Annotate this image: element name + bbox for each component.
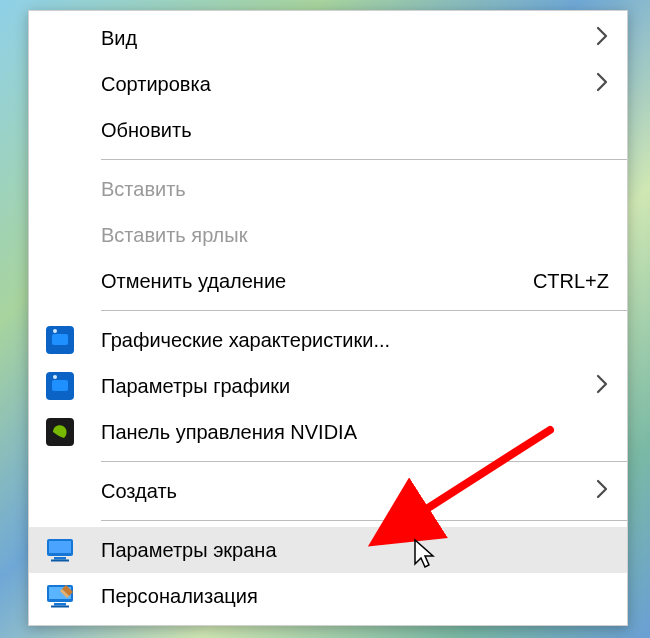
- svg-point-5: [53, 375, 57, 379]
- context-menu: Вид Сортировка Обновить Вставить: [28, 10, 628, 626]
- menu-item-intel-graphics-properties[interactable]: Графические характеристики...: [29, 317, 627, 363]
- menu-item-paste: Вставить: [29, 166, 627, 212]
- svg-rect-1: [52, 334, 68, 345]
- svg-rect-13: [54, 603, 66, 606]
- chevron-right-icon: [595, 71, 609, 98]
- desktop-background: Вид Сортировка Обновить Вставить: [0, 0, 650, 638]
- menu-item-label: Вставить ярлык: [101, 224, 609, 247]
- icon-placeholder: [43, 113, 77, 147]
- menu-item-label: Сортировка: [101, 73, 595, 96]
- icon-placeholder: [43, 21, 77, 55]
- menu-item-label: Панель управления NVIDIA: [101, 421, 609, 444]
- personalize-icon: [43, 579, 77, 613]
- svg-point-2: [53, 329, 57, 333]
- menu-item-display-settings[interactable]: Параметры экрана: [29, 527, 627, 573]
- monitor-icon: [43, 533, 77, 567]
- menu-item-intel-graphics-options[interactable]: Параметры графики: [29, 363, 627, 409]
- icon-placeholder: [43, 67, 77, 101]
- menu-item-paste-shortcut: Вставить ярлык: [29, 212, 627, 258]
- chevron-right-icon: [595, 373, 609, 400]
- menu-item-label: Графические характеристики...: [101, 329, 609, 352]
- menu-item-sort[interactable]: Сортировка: [29, 61, 627, 107]
- menu-item-label: Параметры экрана: [101, 539, 609, 562]
- menu-item-label: Вид: [101, 27, 595, 50]
- menu-item-label: Персонализация: [101, 585, 609, 608]
- menu-item-label: Вставить: [101, 178, 609, 201]
- menu-item-label: Параметры графики: [101, 375, 595, 398]
- menu-item-label: Отменить удаление: [101, 270, 513, 293]
- intel-icon: [43, 323, 77, 357]
- menu-item-refresh[interactable]: Обновить: [29, 107, 627, 153]
- chevron-right-icon: [595, 478, 609, 505]
- icon-placeholder: [43, 474, 77, 508]
- svg-rect-9: [54, 557, 66, 560]
- nvidia-icon: [43, 415, 77, 449]
- svg-rect-14: [51, 606, 69, 608]
- separator: [101, 310, 627, 311]
- icon-placeholder: [43, 172, 77, 206]
- menu-item-view[interactable]: Вид: [29, 15, 627, 61]
- intel-icon: [43, 369, 77, 403]
- svg-rect-4: [52, 380, 68, 391]
- menu-item-label: Обновить: [101, 119, 609, 142]
- separator: [101, 461, 627, 462]
- menu-item-label: Создать: [101, 480, 595, 503]
- menu-item-personalize[interactable]: Персонализация: [29, 573, 627, 619]
- svg-rect-8: [49, 541, 71, 553]
- icon-placeholder: [43, 218, 77, 252]
- chevron-right-icon: [595, 25, 609, 52]
- icon-placeholder: [43, 264, 77, 298]
- svg-rect-10: [51, 560, 69, 562]
- menu-item-shortcut: CTRL+Z: [513, 270, 609, 293]
- menu-item-new[interactable]: Создать: [29, 468, 627, 514]
- separator: [101, 520, 627, 521]
- menu-item-undo-delete[interactable]: Отменить удаление CTRL+Z: [29, 258, 627, 304]
- separator: [101, 159, 627, 160]
- menu-item-nvidia-control-panel[interactable]: Панель управления NVIDIA: [29, 409, 627, 455]
